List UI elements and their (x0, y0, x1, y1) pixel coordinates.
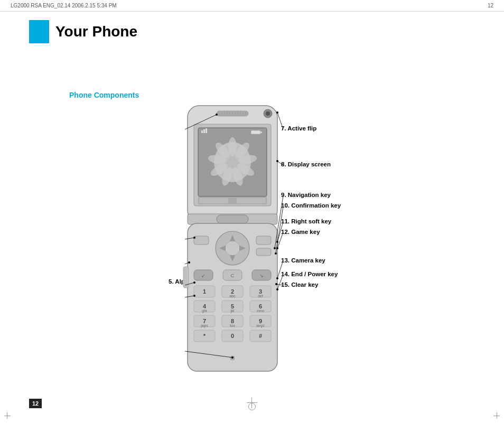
svg-marker-45 (239, 246, 246, 251)
label-active-flip: 7. Active flip (281, 125, 316, 131)
svg-rect-75 (222, 315, 243, 327)
svg-text:*: * (203, 333, 206, 339)
svg-text:pqrs: pqrs (201, 324, 208, 328)
svg-rect-3 (199, 128, 266, 196)
phone-svg: ↙ ↘ C 1 2 abc 3 def 4 ghi 5 jkl 6 (53, 103, 454, 399)
svg-point-99 (193, 295, 195, 297)
svg-line-94 (185, 262, 189, 264)
svg-text:↙: ↙ (201, 273, 206, 278)
page-title: Your Phone (55, 20, 137, 43)
svg-point-10 (230, 166, 245, 187)
label-right-soft-key: 11. Right soft key (281, 218, 331, 224)
svg-rect-69 (250, 300, 271, 312)
svg-rect-48 (256, 248, 271, 256)
svg-point-11 (220, 166, 234, 187)
svg-point-87 (230, 356, 235, 360)
label-microphone: 6. Microphone (191, 340, 232, 346)
blue-accent-box (29, 20, 49, 43)
svg-point-115 (276, 277, 278, 279)
svg-point-95 (188, 261, 190, 264)
header-page: 12 (488, 3, 493, 8)
crosshair-circle-bottom (248, 403, 256, 410)
svg-point-111 (276, 241, 278, 243)
page-number-badge: 12 (29, 399, 42, 408)
phone-diagram: 1. Earpiece 2. Left soft key 3. Side key… (53, 103, 454, 399)
svg-rect-55 (194, 286, 215, 297)
svg-point-12 (209, 162, 229, 178)
label-clear-key: 15. Clear key (281, 281, 318, 288)
svg-point-14 (213, 140, 232, 161)
corner-mark-bl (4, 410, 13, 419)
svg-text:tuv: tuv (230, 324, 235, 327)
svg-point-105 (276, 160, 278, 162)
label-left-soft-key: 2. Left soft key (190, 213, 232, 219)
svg-point-40 (216, 231, 249, 265)
svg-rect-18 (251, 130, 260, 134)
svg-point-6 (228, 137, 237, 156)
svg-text:def: def (258, 294, 263, 298)
label-side-keys: 3. Side keys (198, 239, 232, 246)
svg-point-107 (274, 247, 276, 249)
svg-line-92 (185, 238, 194, 239)
svg-rect-63 (194, 300, 215, 312)
svg-rect-1 (194, 124, 271, 206)
svg-line-98 (185, 296, 194, 297)
svg-point-9 (236, 162, 256, 178)
label-end-power-key: 14. End / Power key (281, 271, 338, 277)
svg-rect-20 (198, 197, 267, 204)
label-confirmation-key: 10. Confirmation key (281, 202, 341, 209)
label-earpiece: 1. Earpiece (200, 125, 232, 131)
svg-text:0: 0 (231, 333, 234, 339)
label-alpha-numeric: 5. Alpha numeric keys (169, 278, 232, 285)
svg-rect-72 (194, 315, 215, 327)
header-bar: LG2000 RSA ENG_02.14 2006.2.15 5:34 PM 1… (0, 0, 504, 12)
svg-point-103 (276, 111, 278, 114)
svg-text:C: C (231, 273, 235, 278)
svg-point-13 (207, 154, 227, 165)
svg-rect-47 (256, 236, 271, 245)
svg-rect-21 (199, 198, 228, 203)
section-heading: Phone Components (69, 91, 139, 99)
svg-rect-78 (250, 315, 271, 327)
svg-marker-43 (230, 255, 235, 261)
svg-point-5 (225, 155, 240, 170)
svg-text:jkl: jkl (230, 309, 235, 313)
svg-text:9: 9 (259, 318, 262, 324)
svg-text:1: 1 (203, 288, 206, 295)
header-text: LG2000 RSA ENG_02.14 2006.2.15 5:34 PM (11, 3, 488, 8)
svg-point-101 (231, 356, 234, 359)
svg-point-93 (193, 237, 195, 239)
svg-rect-66 (222, 300, 243, 312)
svg-text:6: 6 (259, 303, 262, 309)
svg-point-35 (264, 109, 272, 118)
svg-text:ghi: ghi (202, 309, 207, 313)
svg-text:8: 8 (231, 318, 234, 324)
label-navigation-key: 9. Navigation key (281, 192, 331, 198)
svg-rect-22 (237, 198, 266, 203)
svg-rect-85 (250, 330, 271, 342)
svg-text:4: 4 (203, 303, 207, 309)
svg-text:abc: abc (229, 294, 236, 298)
svg-rect-57 (222, 286, 243, 297)
svg-point-36 (266, 111, 270, 116)
svg-point-119 (275, 283, 277, 285)
svg-rect-2 (198, 128, 267, 196)
svg-marker-44 (219, 246, 226, 251)
label-display-screen: 8. Display screen (281, 161, 331, 167)
svg-rect-0 (188, 106, 277, 222)
svg-point-4 (214, 142, 251, 182)
svg-text:wxyz: wxyz (256, 324, 265, 328)
svg-point-117 (276, 288, 278, 290)
svg-point-88 (231, 357, 234, 359)
corner-mark-br (491, 410, 500, 419)
svg-point-109 (275, 252, 277, 255)
svg-text:mno: mno (257, 309, 264, 313)
svg-point-91 (216, 114, 218, 116)
svg-text:↘: ↘ (259, 273, 264, 278)
svg-text:3: 3 (259, 288, 262, 295)
svg-rect-89 (183, 267, 189, 288)
svg-point-7 (233, 140, 251, 161)
label-game-key: 12. Game key (281, 229, 320, 235)
svg-point-113 (276, 247, 278, 249)
svg-text:#: # (259, 333, 262, 339)
